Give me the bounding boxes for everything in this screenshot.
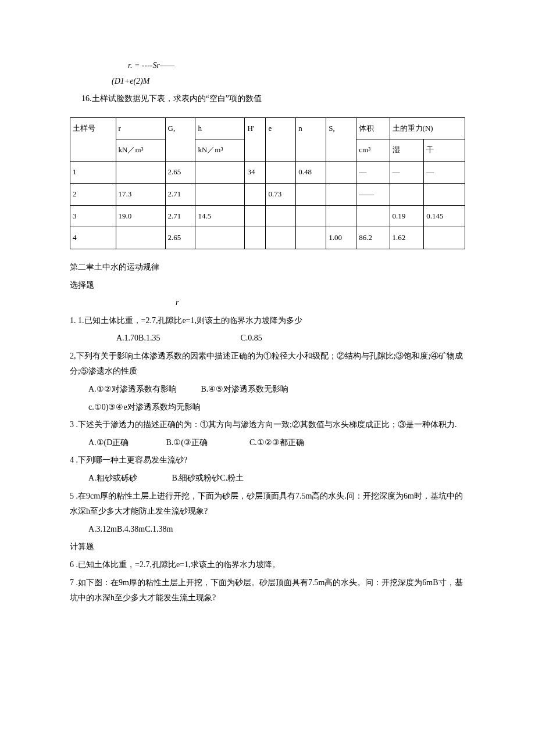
question-3-options: A.①(D正确 B.①(③正确 C.①②③都正确 [88, 435, 465, 451]
question-7: 7 .如下图：在9m厚的粘性土层上开挖，下面为砂层。砂层顶面具有7.5m高的水头… [70, 575, 465, 606]
question-5-options: A.3.12mB.4.38mC.1.38m [88, 522, 465, 538]
question-5: 5 .在9cm厚的粘性土层上进行开挖，下面为砂层，砂层顶面具有7.5m高的水头.… [70, 489, 465, 519]
section-choice: 选择题 [70, 278, 465, 293]
th-r: r [116, 117, 165, 139]
q4-opt-a: A.粗砂或砾砂 [88, 471, 170, 486]
table-header-row-1: 土样号 r G, h H' e n S, 体积 土的重力(N) [70, 117, 465, 139]
q4-opt-bc: B.细砂或粉砂C.粉土 [172, 474, 244, 482]
q2-opt-a: A.①②对渗透系数有影响 [88, 382, 199, 397]
th-wet: 湿 [390, 139, 424, 162]
th-dry: 千 [424, 139, 465, 162]
th-r-unit: kN／m³ [116, 139, 165, 162]
th-h-unit: kN／m³ [195, 139, 245, 162]
question-1-options: A.1.70B.1.35 C.0.85 [116, 331, 465, 346]
q3-opt-b: B.①(③正确 [166, 435, 248, 451]
th-s: S, [326, 117, 356, 161]
th-hprime: H' [245, 117, 266, 161]
th-vol: 体积 [356, 117, 390, 139]
th-n: n [296, 117, 326, 161]
q1-opt-ab: A.1.70B.1.35 [116, 331, 238, 346]
chapter-2-title: 第二聿土中水的运动规律 [70, 260, 465, 275]
th-weight: 土的重力(N) [390, 117, 465, 139]
table-row: 3 19.0 2.71 14.5 0.19 0.145 [70, 205, 465, 227]
q2-opt-b: B.④⑤对渗透系数无影响 [201, 385, 289, 393]
table-row: 4 2.65 1.00 86.2 1.62 [70, 227, 465, 249]
question-2-option-c: c.①0)③④e对渗透系数均无影响 [88, 400, 465, 415]
equation-line: r. = ----Sr—— [128, 58, 465, 74]
question-4-options: A.粗砂或砾砂 B.细砂或粉砂C.粉土 [88, 471, 465, 486]
question-16: 16.土样试脸数据见下表，求表内的“空白”项的数值 [81, 91, 465, 107]
question-1: 1. 1.已知土体比重，=2.7,孔隙比e=1,则该土的临界水力坡降为多少 [70, 313, 465, 329]
table-row: 1 2.65 34 0.48 — — — [70, 162, 465, 184]
soil-data-table: 土样号 r G, h H' e n S, 体积 土的重力(N) kN／m³ kN… [70, 117, 465, 249]
th-e: e [266, 117, 296, 161]
th-h: h [195, 117, 245, 139]
question-3: 3 .下述关于渗透力的描述正确的为：①其方向与渗透方向一致;②其数值与水头梯度成… [70, 417, 465, 433]
equation-subline: (D1+e(2)M [112, 74, 465, 89]
question-2-options-ab: A.①②对渗透系数有影响 B.④⑤对渗透系数无影响 [88, 382, 465, 397]
loose-symbol-r: r [176, 295, 465, 311]
th-sample: 土样号 [70, 117, 116, 161]
question-4: 4 .下列哪一种土更容易发生流砂? [70, 453, 465, 468]
section-calc: 计算题 [70, 539, 465, 555]
q1-opt-c: C.0.85 [241, 334, 262, 342]
th-g: G, [165, 117, 195, 161]
th-vol-unit: cm³ [356, 139, 390, 162]
q3-opt-a: A.①(D正确 [88, 435, 164, 451]
q3-opt-c: C.①②③都正确 [249, 438, 304, 447]
question-2: 2,下列有关于影响土体渗透系数的因素中描述正确的为①粒径大小和级配；②结构与孔隙… [70, 349, 465, 379]
table-row: 2 17.3 2.71 0.73 —— [70, 183, 465, 205]
question-6: 6 .已知土体比重，=2.7,孔隙比e=1,求该土的临界水力坡降。 [70, 557, 465, 573]
